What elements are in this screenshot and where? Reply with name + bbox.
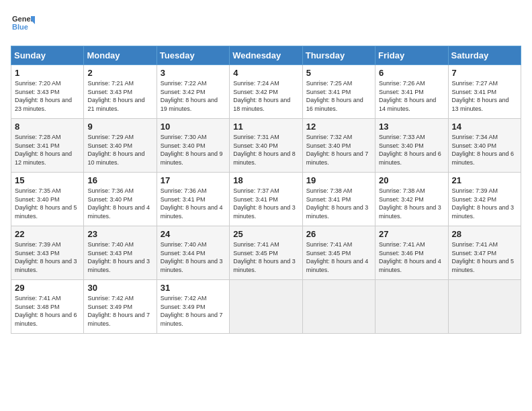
day-details: Sunrise: 7:31 AMSunset: 3:40 PMDaylight:… [233,134,296,166]
day-details: Sunrise: 7:40 AMSunset: 3:43 PMDaylight:… [87,241,150,273]
day-number: 18 [233,175,298,185]
day-number: 7 [452,68,517,78]
day-number: 23 [87,229,152,239]
day-number: 14 [452,122,517,132]
day-number: 28 [452,229,517,239]
day-details: Sunrise: 7:34 AMSunset: 3:40 PMDaylight:… [452,134,515,166]
calendar-day-cell: 14 Sunrise: 7:34 AMSunset: 3:40 PMDaylig… [448,119,521,173]
day-number: 10 [161,122,226,132]
logo-icon: General Blue [11,11,35,38]
day-details: Sunrise: 7:40 AMSunset: 3:44 PMDaylight:… [161,241,223,273]
calendar-day-cell: 4 Sunrise: 7:24 AMSunset: 3:42 PMDayligh… [230,65,302,119]
day-details: Sunrise: 7:32 AMSunset: 3:40 PMDaylight:… [306,134,369,166]
day-details: Sunrise: 7:26 AMSunset: 3:41 PMDaylight:… [379,80,436,112]
day-details: Sunrise: 7:41 AMSunset: 3:45 PMDaylight:… [233,241,296,273]
day-details: Sunrise: 7:38 AMSunset: 3:42 PMDaylight:… [379,187,441,220]
calendar-day-cell: 15 Sunrise: 7:35 AMSunset: 3:40 PMDaylig… [11,173,84,226]
calendar-week-row: 15 Sunrise: 7:35 AMSunset: 3:40 PMDaylig… [11,173,521,226]
day-number: 11 [233,122,298,132]
day-number: 6 [379,68,444,78]
calendar-day-cell: 7 Sunrise: 7:27 AMSunset: 3:41 PMDayligh… [448,65,521,119]
day-number: 24 [161,229,226,239]
day-details: Sunrise: 7:29 AMSunset: 3:40 PMDaylight:… [87,134,144,166]
calendar-day-cell: 17 Sunrise: 7:36 AMSunset: 3:41 PMDaylig… [157,173,229,226]
day-details: Sunrise: 7:42 AMSunset: 3:49 PMDaylight:… [87,295,150,327]
calendar-day-cell: 12 Sunrise: 7:32 AMSunset: 3:40 PMDaylig… [302,119,375,173]
svg-text:Blue: Blue [12,23,28,31]
day-details: Sunrise: 7:21 AMSunset: 3:43 PMDaylight:… [87,80,144,112]
calendar-week-row: 8 Sunrise: 7:28 AMSunset: 3:41 PMDayligh… [11,119,521,173]
day-details: Sunrise: 7:41 AMSunset: 3:45 PMDaylight:… [306,241,369,273]
day-details: Sunrise: 7:39 AMSunset: 3:42 PMDaylight:… [452,187,515,220]
day-number: 20 [379,175,444,185]
weekday-header-row: SundayMondayTuesdayWednesdayThursdayFrid… [11,46,521,65]
calendar-day-cell: 30 Sunrise: 7:42 AMSunset: 3:49 PMDaylig… [84,280,157,334]
calendar-week-row: 29 Sunrise: 7:41 AMSunset: 3:48 PMDaylig… [11,280,521,334]
calendar-day-cell: 24 Sunrise: 7:40 AMSunset: 3:44 PMDaylig… [157,226,229,280]
day-number: 21 [452,175,517,185]
calendar-day-cell [375,280,448,334]
calendar-day-cell: 23 Sunrise: 7:40 AMSunset: 3:43 PMDaylig… [84,226,157,280]
calendar-day-cell: 20 Sunrise: 7:38 AMSunset: 3:42 PMDaylig… [375,173,448,226]
day-details: Sunrise: 7:24 AMSunset: 3:42 PMDaylight:… [233,80,290,112]
calendar-day-cell: 27 Sunrise: 7:41 AMSunset: 3:46 PMDaylig… [375,226,448,280]
day-number: 30 [87,283,152,293]
calendar-day-cell: 19 Sunrise: 7:38 AMSunset: 3:41 PMDaylig… [302,173,375,226]
day-number: 31 [161,283,226,293]
calendar-day-cell: 11 Sunrise: 7:31 AMSunset: 3:40 PMDaylig… [230,119,302,173]
calendar-day-cell: 6 Sunrise: 7:26 AMSunset: 3:41 PMDayligh… [375,65,448,119]
day-number: 5 [306,68,371,78]
calendar-body: 1 Sunrise: 7:20 AMSunset: 3:43 PMDayligh… [11,65,521,334]
day-number: 3 [161,68,226,78]
weekday-header-cell: Wednesday [230,46,302,65]
day-number: 4 [233,68,298,78]
calendar-day-cell [448,280,521,334]
header: General Blue [11,11,521,38]
calendar-day-cell: 9 Sunrise: 7:29 AMSunset: 3:40 PMDayligh… [84,119,157,173]
calendar-day-cell: 18 Sunrise: 7:37 AMSunset: 3:41 PMDaylig… [230,173,302,226]
calendar-day-cell: 21 Sunrise: 7:39 AMSunset: 3:42 PMDaylig… [448,173,521,226]
calendar-day-cell: 22 Sunrise: 7:39 AMSunset: 3:43 PMDaylig… [11,226,84,280]
calendar-day-cell: 31 Sunrise: 7:42 AMSunset: 3:49 PMDaylig… [157,280,229,334]
day-number: 25 [233,229,298,239]
svg-marker-2 [31,16,35,24]
day-number: 9 [87,122,152,132]
day-details: Sunrise: 7:37 AMSunset: 3:41 PMDaylight:… [233,187,296,220]
calendar-day-cell [230,280,302,334]
weekday-header-cell: Tuesday [157,46,229,65]
day-number: 26 [306,229,371,239]
day-number: 29 [15,283,80,293]
calendar-day-cell: 25 Sunrise: 7:41 AMSunset: 3:45 PMDaylig… [230,226,302,280]
day-details: Sunrise: 7:41 AMSunset: 3:48 PMDaylight:… [15,295,77,327]
day-details: Sunrise: 7:36 AMSunset: 3:40 PMDaylight:… [87,187,150,220]
day-number: 19 [306,175,371,185]
calendar-day-cell: 13 Sunrise: 7:33 AMSunset: 3:40 PMDaylig… [375,119,448,173]
day-details: Sunrise: 7:28 AMSunset: 3:41 PMDaylight:… [15,134,72,166]
day-details: Sunrise: 7:35 AMSunset: 3:40 PMDaylight:… [15,187,77,220]
day-details: Sunrise: 7:20 AMSunset: 3:43 PMDaylight:… [15,80,72,112]
day-details: Sunrise: 7:36 AMSunset: 3:41 PMDaylight:… [161,187,223,220]
day-details: Sunrise: 7:22 AMSunset: 3:42 PMDaylight:… [161,80,218,112]
calendar-day-cell: 26 Sunrise: 7:41 AMSunset: 3:45 PMDaylig… [302,226,375,280]
day-details: Sunrise: 7:41 AMSunset: 3:46 PMDaylight:… [379,241,441,273]
weekday-header-cell: Saturday [448,46,521,65]
calendar-day-cell: 1 Sunrise: 7:20 AMSunset: 3:43 PMDayligh… [11,65,84,119]
calendar-day-cell: 2 Sunrise: 7:21 AMSunset: 3:43 PMDayligh… [84,65,157,119]
calendar-day-cell: 29 Sunrise: 7:41 AMSunset: 3:48 PMDaylig… [11,280,84,334]
day-number: 15 [15,175,80,185]
day-number: 12 [306,122,371,132]
day-details: Sunrise: 7:38 AMSunset: 3:41 PMDaylight:… [306,187,369,220]
calendar-day-cell [302,280,375,334]
day-details: Sunrise: 7:33 AMSunset: 3:40 PMDaylight:… [379,134,441,166]
calendar-day-cell: 5 Sunrise: 7:25 AMSunset: 3:41 PMDayligh… [302,65,375,119]
calendar-day-cell: 28 Sunrise: 7:41 AMSunset: 3:47 PMDaylig… [448,226,521,280]
day-number: 16 [87,175,152,185]
day-number: 13 [379,122,444,132]
weekday-header-cell: Sunday [11,46,84,65]
day-number: 2 [87,68,152,78]
day-number: 27 [379,229,444,239]
weekday-header-cell: Thursday [302,46,375,65]
day-number: 1 [15,68,80,78]
day-number: 22 [15,229,80,239]
day-details: Sunrise: 7:41 AMSunset: 3:47 PMDaylight:… [452,241,515,273]
